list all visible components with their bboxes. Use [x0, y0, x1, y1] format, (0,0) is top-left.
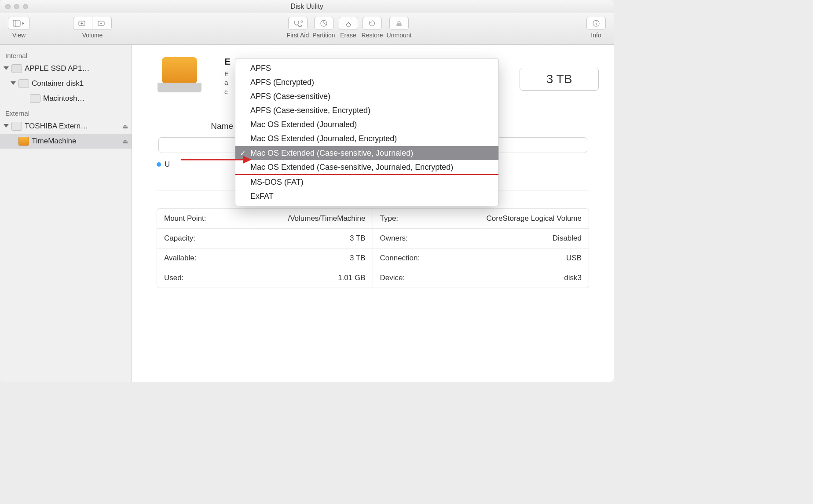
volume-remove-button[interactable]: − — [92, 17, 112, 30]
format-option[interactable]: Mac OS Extended (Journaled, Encrypted) — [235, 131, 498, 146]
info-icon — [592, 19, 600, 27]
first-aid-button[interactable] — [288, 17, 308, 30]
window-title: Disk Utility — [0, 3, 614, 11]
info-key: Mount Point: — [164, 214, 206, 223]
svg-rect-8 — [397, 25, 401, 26]
volume-add-button[interactable]: + — [73, 17, 92, 30]
sidebar: Internal APPLE SSD AP1… Container disk1 … — [0, 45, 132, 382]
restore-icon — [368, 19, 376, 27]
format-option[interactable]: APFS (Case-sensitive) — [235, 89, 498, 103]
format-option-label: ExFAT — [250, 192, 274, 201]
sidebar-item-timemachine[interactable]: TimeMachine ⏏ — [0, 134, 132, 149]
restore-button[interactable] — [363, 17, 382, 30]
partition-button[interactable] — [314, 17, 333, 30]
capacity-value: 3 TB — [546, 72, 572, 86]
partition-label: Partition — [312, 32, 335, 39]
volume-group: + − Volume — [73, 17, 112, 39]
sidebar-item-macintosh-hd[interactable]: Macintosh… — [0, 91, 132, 106]
unmount-label: Unmount — [387, 32, 412, 39]
format-option[interactable]: MS-DOS (FAT) — [235, 175, 498, 189]
disclosure-triangle-icon[interactable] — [3, 123, 9, 129]
disclosure-triangle-icon[interactable] — [10, 80, 16, 87]
sidebar-section-internal: Internal — [0, 48, 132, 61]
format-option[interactable]: APFS — [235, 61, 498, 75]
info-row: Used:1.01 GB — [157, 268, 373, 288]
usage-label: U — [165, 160, 170, 169]
format-dropdown-menu[interactable]: APFSAPFS (Encrypted)APFS (Case-sensitive… — [235, 58, 499, 206]
format-option[interactable]: Mac OS Extended (Case-sensitive, Journal… — [235, 160, 498, 175]
info-key: Owners: — [380, 234, 408, 243]
sidebar-item-label: APPLE SSD AP1… — [25, 64, 89, 73]
info-button[interactable] — [586, 17, 606, 30]
svg-point-6 — [301, 21, 303, 22]
format-option[interactable]: Mac OS Extended (Journaled) — [235, 117, 498, 131]
info-row: Connection:USB — [373, 248, 589, 268]
svg-point-10 — [596, 22, 597, 22]
format-option[interactable]: APFS (Encrypted) — [235, 75, 498, 89]
erase-button[interactable] — [339, 17, 358, 30]
restore-label: Restore — [362, 32, 383, 39]
sidebar-item-toshiba[interactable]: TOSHIBA Extern… ⏏ — [0, 119, 132, 134]
pie-icon — [320, 19, 328, 27]
zoom-icon[interactable] — [23, 4, 28, 9]
eject-icon — [396, 20, 403, 27]
format-option-label: Mac OS Extended (Case-sensitive, Journal… — [250, 163, 453, 172]
info-value: USB — [566, 254, 582, 263]
disclosure-triangle-icon[interactable] — [3, 66, 9, 72]
format-option-label: APFS (Encrypted) — [250, 78, 314, 87]
unmount-button[interactable] — [389, 17, 409, 30]
svg-text:+: + — [81, 21, 83, 26]
eraser-icon — [344, 20, 353, 27]
capacity-badge: 3 TB — [520, 68, 599, 91]
usage-dot-icon — [157, 162, 161, 167]
volume-add-icon: + — [78, 20, 87, 27]
toolbar: View + − Volume First Aid — [0, 13, 614, 45]
name-label: Name — [158, 115, 233, 137]
volume-icon — [18, 137, 29, 146]
info-key: Available: — [164, 254, 196, 263]
minimize-icon[interactable] — [14, 4, 19, 9]
info-key: Capacity: — [164, 234, 195, 243]
view-group: View — [8, 17, 30, 39]
traffic-lights — [5, 4, 28, 9]
check-icon: ✓ — [240, 148, 245, 158]
volume-icon — [30, 94, 40, 103]
close-icon[interactable] — [5, 4, 11, 9]
first-aid-label: First Aid — [287, 32, 309, 39]
view-label: View — [12, 32, 26, 39]
eject-icon[interactable]: ⏏ — [122, 138, 128, 145]
info-row: Available:3 TB — [157, 248, 373, 268]
format-option-label: Mac OS Extended (Journaled) — [250, 120, 357, 129]
sidebar-item-apple-ssd[interactable]: APPLE SSD AP1… — [0, 61, 132, 76]
format-option-label: Mac OS Extended (Case-sensitive, Journal… — [250, 149, 413, 157]
volume-hero-icon — [157, 55, 210, 99]
sidebar-item-container[interactable]: Container disk1 — [0, 76, 132, 91]
titlebar: Disk Utility — [0, 0, 614, 13]
svg-text:−: − — [100, 21, 103, 26]
info-label: Info — [591, 32, 601, 39]
view-button[interactable] — [8, 17, 30, 30]
info-value: 3 TB — [350, 234, 366, 243]
format-option-label: APFS (Case-sensitive, Encrypted) — [250, 106, 370, 115]
info-key: Used: — [164, 274, 183, 282]
info-value: /Volumes/TimeMachine — [288, 214, 365, 223]
erase-label: Erase — [340, 32, 356, 39]
format-option[interactable]: APFS (Case-sensitive, Encrypted) — [235, 103, 498, 117]
format-option-label: MS-DOS (FAT) — [250, 178, 304, 186]
volume-label: Volume — [82, 32, 103, 39]
format-option[interactable]: ✓Mac OS Extended (Case-sensitive, Journa… — [235, 146, 498, 160]
container-icon — [18, 79, 29, 88]
info-row: Capacity:3 TB — [157, 228, 373, 248]
info-row: Type:CoreStorage Logical Volume — [373, 209, 589, 228]
format-option[interactable]: ExFAT — [235, 189, 498, 203]
stethoscope-icon — [293, 20, 303, 27]
svg-rect-0 — [13, 20, 20, 26]
sidebar-toggle-icon — [13, 20, 25, 27]
info-row: Mount Point:/Volumes/TimeMachine — [157, 209, 373, 228]
info-key: Type: — [380, 214, 399, 223]
ssd-icon — [11, 64, 22, 73]
info-value: disk3 — [564, 274, 582, 282]
sidebar-item-label: TimeMachine — [32, 137, 76, 146]
info-value: Disabled — [553, 234, 582, 243]
eject-icon[interactable]: ⏏ — [122, 123, 128, 130]
